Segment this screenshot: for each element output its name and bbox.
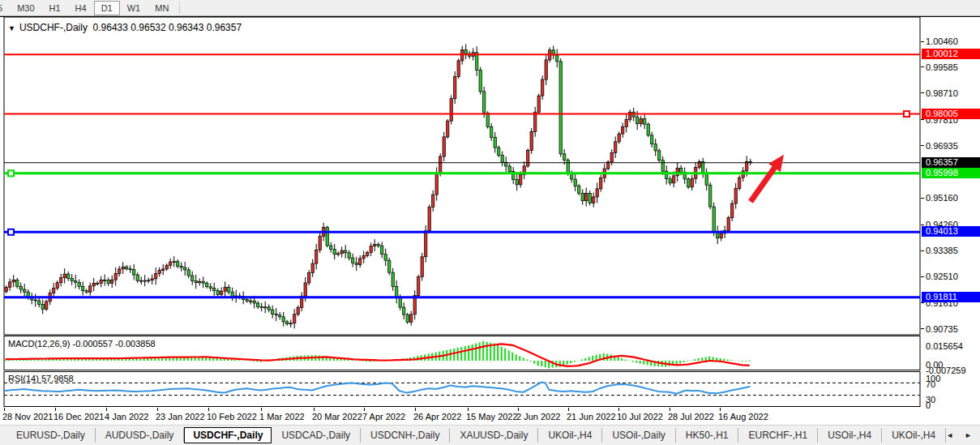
price-level-badge: 1.00012 bbox=[922, 49, 980, 59]
date-axis-label: 20 Mar 2022 bbox=[312, 412, 362, 421]
date-axis-tick bbox=[208, 408, 209, 411]
price-axis-label: 0.90735 bbox=[926, 324, 958, 334]
macd-indicator-label: MACD(12,26,9) -0.000557 -0.003858 bbox=[8, 339, 156, 349]
date-axis-tick bbox=[4, 408, 5, 411]
timeframe-button-d1[interactable]: D1 bbox=[94, 1, 120, 15]
date-axis-tick bbox=[670, 408, 670, 411]
date-axis-label: 4 Jan 2022 bbox=[105, 412, 148, 421]
date-axis-label: 21 Jun 2022 bbox=[567, 412, 616, 421]
date-axis-label: 10 Feb 2022 bbox=[207, 412, 257, 421]
date-axis-label: 2 Jun 2022 bbox=[516, 412, 560, 421]
toolbar-separator bbox=[179, 2, 180, 14]
price-axis-label: 0.99585 bbox=[926, 62, 958, 72]
chart-tab-audusd-daily[interactable]: AUDUSD-,Daily bbox=[96, 428, 185, 443]
date-axis-tick bbox=[518, 408, 519, 411]
chart-tab-usdcad-daily[interactable]: USDCAD-,Daily bbox=[272, 428, 361, 443]
price-axis-tick bbox=[921, 250, 924, 251]
price-level-badge: 0.94013 bbox=[922, 226, 980, 237]
price-axis-tick bbox=[921, 41, 924, 42]
price-level-badge: 0.96357 bbox=[922, 157, 980, 168]
date-axis-label: 16 Dec 2021 bbox=[53, 412, 104, 421]
timeframe-button-h4[interactable]: H4 bbox=[68, 1, 94, 15]
date-axis-tick bbox=[415, 408, 416, 411]
date-axis-tick bbox=[261, 408, 262, 411]
date-axis-tick bbox=[55, 408, 56, 411]
price-level-badge: 0.91811 bbox=[922, 292, 980, 302]
price-axis-label: 0.92510 bbox=[926, 272, 958, 281]
date-axis-tick bbox=[568, 408, 569, 411]
price-axis-tick bbox=[921, 328, 924, 329]
timeframe-button-mn[interactable]: MN bbox=[148, 1, 176, 15]
chart-tab-usoil-daily[interactable]: USOil-,Daily bbox=[602, 428, 675, 443]
chart-tab-usoil-h4[interactable]: USOil-,H4 bbox=[818, 428, 882, 443]
chart-tabs-bar: EURUSD-,DailyAUDUSD-,DailyUSDCHF-,DailyU… bbox=[0, 425, 980, 445]
date-axis-tick bbox=[364, 408, 365, 411]
chart-title: ▼USDCHF-,Daily 0.96433 0.96532 0.96343 0… bbox=[8, 22, 242, 33]
date-axis-tick bbox=[157, 408, 158, 411]
date-axis-label: 1 Mar 2022 bbox=[259, 412, 305, 421]
date-axis-label: 7 Apr 2022 bbox=[362, 412, 405, 421]
price-level-badge: 0.98005 bbox=[922, 109, 980, 119]
chart-ohlc-values: 0.96433 0.96532 0.96343 0.96357 bbox=[93, 22, 242, 33]
rsi-axis-label: 70 bbox=[926, 379, 935, 389]
price-level-badge: 0.95998 bbox=[922, 168, 980, 178]
price-chart-canvas[interactable] bbox=[0, 17, 980, 336]
chart-tab-hk50-h1[interactable]: HK50-,H1 bbox=[676, 428, 739, 443]
price-axis-label: 0.96935 bbox=[926, 141, 958, 151]
price-axis-tick bbox=[921, 225, 924, 225]
tab-scroll-nav: ◄► bbox=[946, 431, 980, 439]
chart-tab-ukoil-h4[interactable]: UKOil-,H4 bbox=[882, 428, 946, 443]
price-axis-label: 0.93385 bbox=[926, 246, 958, 255]
date-axis-label: 28 Nov 2021 bbox=[2, 412, 53, 421]
price-axis-tick bbox=[921, 66, 924, 67]
date-axis-label: 16 Aug 2022 bbox=[718, 412, 768, 421]
date-axis-tick bbox=[106, 408, 107, 411]
date-axis-label: 23 Jan 2022 bbox=[156, 412, 205, 421]
date-axis-label: 15 May 2022 bbox=[466, 412, 518, 421]
price-axis-tick bbox=[921, 145, 924, 146]
price-axis-tick bbox=[921, 276, 924, 277]
chart-tab-usdchf-daily[interactable]: USDCHF-,Daily bbox=[184, 427, 272, 443]
timeframe-button-m30[interactable]: M30 bbox=[10, 1, 41, 15]
timeframe-button-h1[interactable]: H1 bbox=[42, 1, 68, 15]
date-axis-tick bbox=[720, 408, 721, 411]
rsi-axis-label: 0 bbox=[926, 400, 931, 410]
mt4-platform-window: 5M30H1H4D1W1MN ▼USDCHF-,Daily 0.96433 0.… bbox=[0, 0, 980, 445]
chart-symbol-label: USDCHF-,Daily bbox=[19, 22, 88, 33]
price-axis-tick bbox=[921, 198, 924, 199]
rsi-indicator-canvas[interactable] bbox=[0, 371, 980, 408]
tab-scroll-right-icon[interactable]: ► bbox=[965, 431, 972, 439]
chart-tab-usdcnh-daily[interactable]: USDCNH-,Daily bbox=[361, 428, 450, 443]
date-axis-label: 28 Jul 2022 bbox=[668, 412, 714, 421]
macd-axis-label: 0.015654 bbox=[926, 341, 963, 351]
price-axis-tick bbox=[921, 119, 924, 120]
timeframe-button-w1[interactable]: W1 bbox=[120, 1, 148, 15]
rsi-indicator-label: RSI(14) 57.9858 bbox=[8, 374, 74, 383]
price-axis-tick bbox=[921, 92, 924, 93]
date-axis-tick bbox=[468, 408, 469, 411]
price-axis-label: 0.98710 bbox=[926, 88, 958, 98]
date-axis-tick bbox=[618, 408, 619, 411]
chevron-down-icon[interactable]: ▼ bbox=[8, 24, 15, 32]
date-axis-label: 10 Jul 2022 bbox=[617, 412, 663, 421]
price-axis-label: 1.00460 bbox=[926, 36, 958, 46]
chart-tab-eurchf-h1[interactable]: EURCHF-,H1 bbox=[738, 428, 818, 443]
chart-tab-xauusd-daily[interactable]: XAUUSD-,Daily bbox=[450, 428, 538, 443]
chart-tab-eurusd-daily[interactable]: EURUSD-,Daily bbox=[6, 428, 96, 443]
date-axis-tick bbox=[314, 408, 315, 411]
chart-window[interactable]: ▼USDCHF-,Daily 0.96433 0.96532 0.96343 0… bbox=[0, 16, 980, 425]
tab-scroll-left-icon[interactable]: ◄ bbox=[946, 431, 953, 439]
timeframe-toolbar: 5M30H1H4D1W1MN bbox=[0, 0, 980, 16]
price-axis-label: 0.95160 bbox=[926, 193, 958, 203]
price-axis-tick bbox=[921, 302, 924, 303]
chart-tab-ukoil-h4[interactable]: UKOil-,H4 bbox=[538, 428, 602, 443]
timeframe-button-5[interactable]: 5 bbox=[0, 1, 10, 15]
date-axis-label: 26 Apr 2022 bbox=[413, 412, 461, 421]
